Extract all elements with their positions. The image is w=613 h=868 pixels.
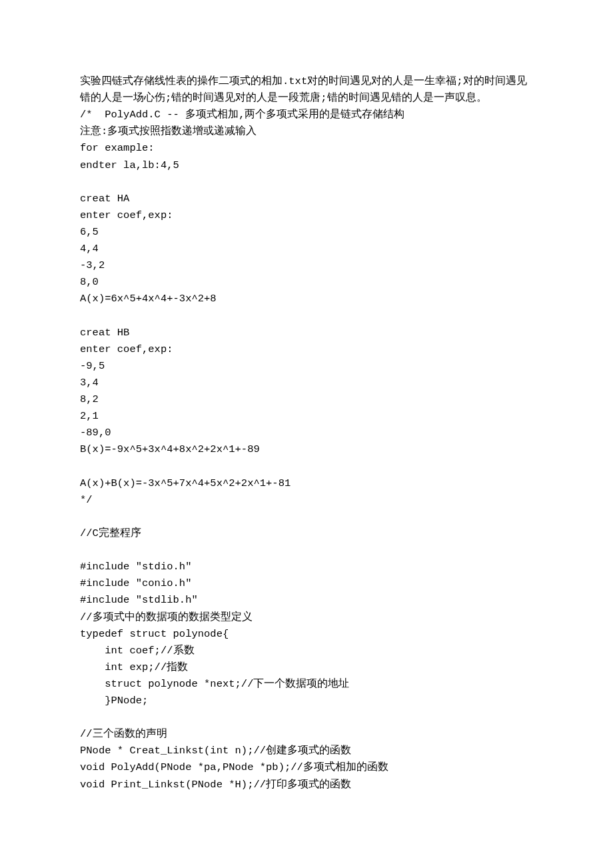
code-line: A(x)+B(x)=-3x^5+7x^4+5x^2+2x^1+-81 (80, 475, 533, 492)
code-line: 3,4 (80, 375, 533, 391)
code-line: creat HA (80, 191, 533, 207)
code-line: 实验四链式存储线性表的操作二项式的相加.txt对的时间遇见对的人是一生幸福;对的… (80, 73, 533, 107)
code-line: 8,0 (80, 274, 533, 291)
code-line (80, 174, 533, 191)
document-page: 实验四链式存储线性表的操作二项式的相加.txt对的时间遇见对的人是一生幸福;对的… (0, 0, 613, 833)
code-line: creat HB (80, 325, 533, 341)
code-line: 注意:多项式按照指数递增或递减输入 (80, 123, 533, 140)
code-line: A(x)=6x^5+4x^4+-3x^2+8 (80, 291, 533, 307)
code-line: typedef struct polynode{ (80, 626, 533, 643)
code-line: -3,2 (80, 257, 533, 274)
code-line: 8,2 (80, 391, 533, 408)
code-line: //多项式中的数据项的数据类型定义 (80, 609, 533, 626)
code-line: void Print_Linkst(PNode *H);//打印多项式的函数 (80, 777, 533, 793)
code-line: -9,5 (80, 358, 533, 375)
code-line: int exp;//指数 (80, 659, 533, 676)
code-line: void PolyAdd(PNode *pa,PNode *pb);//多项式相… (80, 759, 533, 776)
code-line: B(x)=-9x^5+3x^4+8x^2+2x^1+-89 (80, 441, 533, 458)
code-line: endter la,lb:4,5 (80, 157, 533, 174)
code-line: }PNode; (80, 693, 533, 709)
code-line (80, 542, 533, 559)
code-line: #include "conio.h" (80, 575, 533, 592)
code-line: 4,4 (80, 241, 533, 257)
code-line: 6,5 (80, 224, 533, 241)
code-line: //三个函数的声明 (80, 726, 533, 743)
code-line: -89,0 (80, 425, 533, 441)
code-line: 2,1 (80, 408, 533, 425)
code-line: PNode * Creat_Linkst(int n);//创建多项式的函数 (80, 743, 533, 759)
code-line: */ (80, 492, 533, 509)
code-line (80, 308, 533, 325)
code-line: struct polynode *next;//下一个数据项的地址 (80, 676, 533, 693)
code-line: for example: (80, 140, 533, 157)
code-line (80, 509, 533, 525)
code-line (80, 709, 533, 726)
code-line: //C完整程序 (80, 525, 533, 542)
code-line: int coef;//系数 (80, 643, 533, 659)
code-line (80, 459, 533, 475)
code-line: enter coef,exp: (80, 341, 533, 358)
code-line: enter coef,exp: (80, 207, 533, 224)
code-line: #include "stdio.h" (80, 559, 533, 575)
code-line: /* PolyAdd.C -- 多项式相加,两个多项式采用的是链式存储结构 (80, 107, 533, 123)
code-line: #include "stdlib.h" (80, 592, 533, 609)
document-content: 实验四链式存储线性表的操作二项式的相加.txt对的时间遇见对的人是一生幸福;对的… (80, 73, 533, 793)
